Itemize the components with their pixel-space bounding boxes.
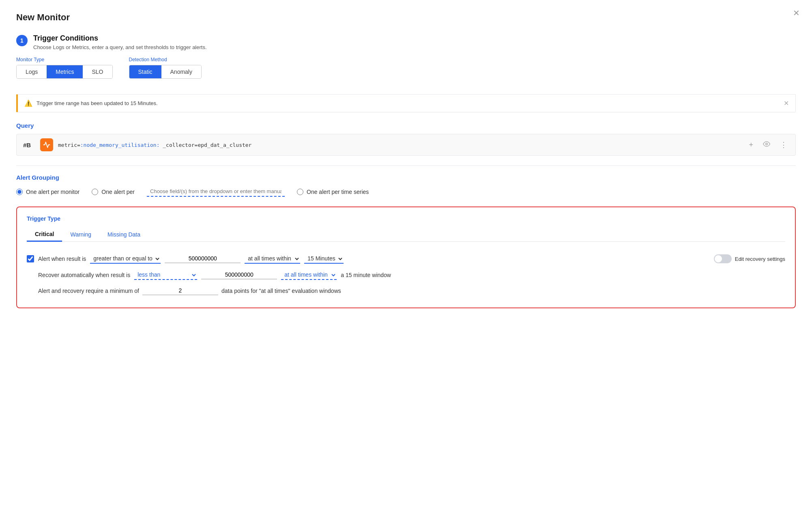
toggle-label: Edit recovery settings [735, 256, 785, 262]
alert-at-all-times-dropdown[interactable]: at all times within at any time within [245, 254, 300, 264]
detection-method-group: Detection Method Static Anomaly [129, 57, 202, 79]
recover-condition-dropdown[interactable]: less than less than or equal to greater … [134, 270, 197, 280]
alert-checkbox[interactable] [27, 255, 34, 262]
monitor-type-label: Monitor Type [16, 57, 113, 62]
trigger-type-box: Trigger Type Critical Warning Missing Da… [16, 206, 796, 308]
close-button[interactable]: ✕ [793, 8, 800, 18]
alert-row: Alert when result is greater than or equ… [27, 254, 785, 264]
alert-time-window-dropdown[interactable]: 15 Minutes 5 Minutes 30 Minutes 1 Hour [304, 254, 344, 264]
detection-method-btn-group: Static Anomaly [129, 65, 202, 79]
alert-grouping-per-monitor-label: One alert per monitor [26, 189, 79, 195]
min-points-input[interactable] [142, 286, 218, 295]
section-description: Choose Logs or Metrics, enter a query, a… [33, 44, 207, 50]
alert-condition-dropdown[interactable]: greater than or equal to greater than le… [90, 254, 161, 264]
warning-triangle-icon: ⚠️ [24, 99, 32, 107]
alert-grouping-options: One alert per monitor One alert per One … [16, 187, 796, 197]
monitor-type-btn-group: Logs Metrics SLO [16, 65, 113, 79]
min-points-prefix: Alert and recovery require a minimum of [38, 288, 139, 294]
alert-grouping-per-field[interactable]: One alert per [92, 189, 135, 195]
alert-grouping-per-time-series-label: One alert per time series [307, 189, 369, 195]
trigger-tab-critical[interactable]: Critical [27, 228, 62, 242]
warning-banner: ⚠️ Trigger time range has been updated t… [16, 94, 796, 112]
svg-point-0 [766, 143, 768, 145]
query-icon [40, 138, 53, 151]
alert-grouping-label: Alert Grouping [16, 174, 796, 181]
section-title: Trigger Conditions [33, 34, 207, 43]
recover-at-all-times-dropdown[interactable]: at all times within at any time within [281, 270, 337, 280]
alert-grouping-per-field-label: One alert per [101, 189, 135, 195]
min-points-suffix: data points for "at all times" evaluatio… [221, 288, 341, 294]
alert-grouping-per-time-series[interactable]: One alert per time series [297, 189, 369, 195]
warning-banner-text: Trigger time range has been updated to 1… [37, 100, 158, 106]
monitor-type-detection: Monitor Type Logs Metrics SLO Detection … [16, 57, 796, 86]
query-add-button[interactable]: + [747, 139, 755, 151]
alert-value-input[interactable] [165, 254, 241, 263]
detection-method-label: Detection Method [129, 57, 202, 62]
step-badge: 1 [16, 35, 28, 46]
monitor-type-logs[interactable]: Logs [17, 65, 47, 78]
query-row: #B metric=:node_memory_utilisation: _col… [16, 134, 796, 156]
query-metric-prefix: metric= [58, 142, 80, 148]
trigger-type-label: Trigger Type [27, 215, 785, 222]
edit-recovery-toggle[interactable]: Edit recovery settings [714, 254, 785, 263]
trigger-tab-missing-data[interactable]: Missing Data [99, 228, 148, 241]
alert-grouping-section: Alert Grouping One alert per monitor One… [16, 174, 796, 197]
recover-value-input[interactable] [201, 271, 277, 279]
trigger-tab-warning[interactable]: Warning [62, 228, 99, 241]
min-points-row: Alert and recovery require a minimum of … [27, 286, 785, 295]
query-section: Query #B metric=:node_memory_utilisation… [16, 122, 796, 156]
section-title-block: Trigger Conditions Choose Logs or Metric… [33, 34, 207, 50]
trigger-conditions-section: 1 Trigger Conditions Choose Logs or Metr… [16, 34, 796, 308]
query-metric-highlight: :node_memory_utilisation: [80, 142, 160, 148]
trigger-tabs: Critical Warning Missing Data [27, 228, 785, 242]
section-header: 1 Trigger Conditions Choose Logs or Metr… [16, 34, 796, 50]
divider-1 [16, 166, 796, 166]
query-metric-suffix: _collector=epd_dat_a_cluster [159, 142, 251, 148]
alert-prefix: Alert when result is [38, 256, 86, 262]
detection-method-static[interactable]: Static [129, 65, 161, 78]
alert-grouping-per-monitor[interactable]: One alert per monitor [16, 189, 79, 195]
query-actions: + ⋮ [747, 139, 789, 151]
recover-prefix: Recover automatically when result is [38, 272, 130, 278]
query-more-button[interactable]: ⋮ [778, 139, 789, 151]
query-label: Query [16, 122, 796, 129]
warning-close-button[interactable]: ✕ [784, 99, 789, 107]
monitor-type-group: Monitor Type Logs Metrics SLO [16, 57, 113, 79]
page-container: ✕ New Monitor 1 Trigger Conditions Choos… [0, 0, 812, 531]
recover-window-text: a 15 minute window [341, 272, 391, 278]
monitor-type-slo[interactable]: SLO [83, 65, 112, 78]
alert-grouping-field-input[interactable] [147, 187, 285, 197]
query-text: metric=:node_memory_utilisation: _collec… [58, 142, 742, 148]
trigger-content: Alert when result is greater than or equ… [27, 250, 785, 299]
recover-row: Recover automatically when result is les… [27, 270, 785, 280]
detection-method-anomaly[interactable]: Anomaly [161, 65, 201, 78]
warning-banner-left: ⚠️ Trigger time range has been updated t… [24, 99, 158, 107]
query-hash: #B [23, 142, 35, 148]
monitor-type-metrics[interactable]: Metrics [47, 65, 83, 78]
query-eye-button[interactable] [761, 139, 772, 151]
page-title: New Monitor [16, 12, 796, 23]
toggle-switch-control[interactable] [714, 254, 732, 263]
